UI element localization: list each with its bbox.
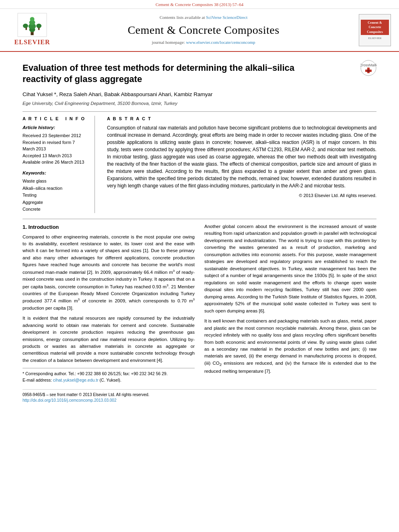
journal-header-center: Contents lists available at SciVerse Sci… bbox=[56, 14, 351, 46]
journal-header: ELSEVIER Contents lists available at Sci… bbox=[0, 9, 399, 51]
authors-line: Cihat Yuksel *, Reza Saleh Ahari, Babak … bbox=[23, 91, 376, 99]
intro-heading: 1. Introduction bbox=[23, 223, 195, 231]
svg-point-5 bbox=[30, 17, 34, 22]
elsevier-logo: ELSEVIER bbox=[8, 13, 56, 47]
body-col-left: 1. Introduction Compared to other engine… bbox=[23, 223, 195, 384]
affiliation: Ege University, Civil Engineering Depart… bbox=[23, 100, 376, 107]
bottom-bar: 0958-9465/$ – see front matter © 2013 El… bbox=[23, 389, 376, 403]
abstract-col: A B S T R A C T Consumption of natural r… bbox=[107, 116, 376, 213]
keyword-4: Aggregate bbox=[23, 199, 88, 206]
keyword-3: Testing bbox=[23, 192, 88, 199]
info-abstract-section: A R T I C L E I N F O Article history: R… bbox=[23, 116, 376, 213]
body-section: 1. Introduction Compared to other engine… bbox=[23, 223, 376, 384]
journal-logo-box: Cement &ConcreteComposites ELSEVIER bbox=[359, 14, 391, 46]
footnote-star: * Corresponding author. Tel.: +90 232 38… bbox=[23, 371, 195, 377]
journal-ref-text: Cement & Concrete Composites 38 (2013) 5… bbox=[156, 2, 244, 7]
title-area: CrossMark Evaluation of three test metho… bbox=[23, 58, 376, 91]
keyword-5: Concrete bbox=[23, 206, 88, 213]
journal-top-bar: Cement & Concrete Composites 38 (2013) 5… bbox=[0, 0, 399, 9]
svg-rect-15 bbox=[367, 70, 370, 72]
logo-box-subtitle: ELSEVIER bbox=[368, 37, 381, 40]
elsevier-wordmark: ELSEVIER bbox=[14, 38, 50, 47]
logo-box-red-bar: Cement &ConcreteComposites bbox=[361, 20, 389, 35]
right-para-1: Another global concern about the environ… bbox=[204, 223, 376, 314]
logo-box-title: Cement &ConcreteComposites bbox=[367, 21, 383, 33]
crossmark-icon: CrossMark bbox=[360, 60, 376, 76]
abstract-text: Consumption of natural raw materials and… bbox=[107, 124, 376, 189]
keywords-label: Keywords: bbox=[23, 170, 88, 176]
keyword-1: Waste glass bbox=[23, 178, 88, 185]
right-para-2: It is well known that containers and pac… bbox=[204, 318, 376, 375]
divider-2 bbox=[23, 219, 376, 219]
journal-title: Cement & Concrete Composites bbox=[56, 22, 351, 38]
journal-homepage: journal homepage: www.elsevier.com/locat… bbox=[56, 39, 351, 45]
svg-point-8 bbox=[36, 24, 41, 28]
available-date: Available online 26 March 2013 bbox=[23, 159, 88, 166]
crossmark-container: CrossMark bbox=[360, 60, 376, 78]
keyword-2: Alkali–silica reaction bbox=[23, 185, 88, 192]
elsevier-tree-icon bbox=[16, 13, 48, 37]
intro-para-1: Compared to other engineering materials,… bbox=[23, 234, 195, 312]
divider-1 bbox=[23, 111, 376, 112]
intro-para-2: It is evident that the natural resources… bbox=[23, 315, 195, 364]
article-history-label: Article history: bbox=[23, 124, 88, 131]
accepted-date: Accepted 13 March 2013 bbox=[23, 152, 88, 159]
doi-link: http://dx.doi.org/10.1016/j.cemconcomp.2… bbox=[23, 398, 376, 403]
paper-content: CrossMark Evaluation of three test metho… bbox=[0, 52, 399, 411]
sciverse-line: Contents lists available at SciVerse Sci… bbox=[56, 14, 351, 21]
copyright-line: © 2013 Elsevier Ltd. All rights reserved… bbox=[107, 193, 376, 199]
svg-text:CrossMark: CrossMark bbox=[360, 63, 376, 67]
journal-logo-right: Cement &ConcreteComposites ELSEVIER bbox=[351, 14, 391, 46]
article-info: A R T I C L E I N F O Article history: R… bbox=[23, 116, 95, 213]
svg-point-6 bbox=[23, 24, 28, 28]
article-info-label: A R T I C L E I N F O bbox=[23, 116, 88, 122]
issn-text: 0958-9465/$ – see front matter © 2013 El… bbox=[23, 392, 376, 398]
elsevier-logo-area: ELSEVIER bbox=[8, 13, 56, 47]
svg-rect-9 bbox=[38, 28, 40, 30]
svg-point-10 bbox=[31, 33, 33, 35]
paper-title: Evaluation of three test methods for det… bbox=[23, 62, 328, 85]
abstract-label: A B S T R A C T bbox=[107, 116, 376, 122]
footnote-email: E-mail address: cihat.yuksel@ege.edu.tr … bbox=[23, 377, 195, 384]
received-date: Received 23 September 2012 bbox=[23, 132, 88, 139]
svg-rect-7 bbox=[25, 28, 27, 30]
revised-date: Received in revised form 7 March 2013 bbox=[23, 139, 88, 152]
footnote-section: * Corresponding author. Tel.: +90 232 38… bbox=[23, 368, 195, 384]
body-col-right: Another global concern about the environ… bbox=[204, 223, 376, 384]
